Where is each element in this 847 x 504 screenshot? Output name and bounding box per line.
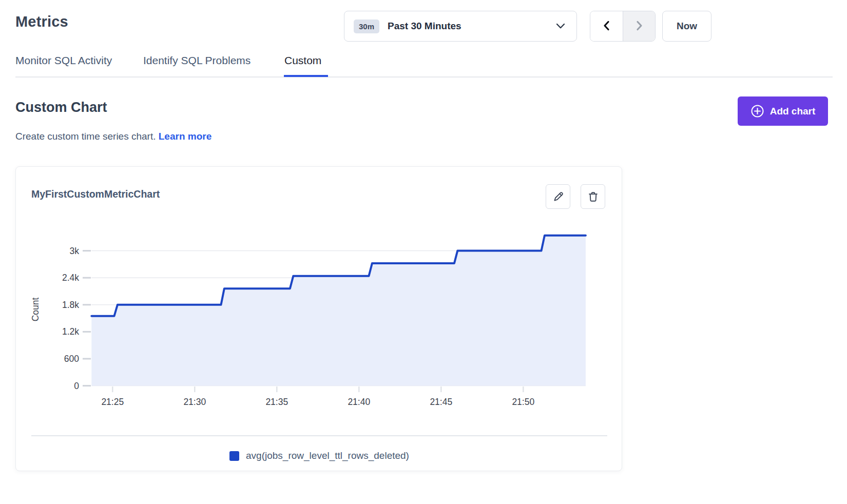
svg-text:2.4k: 2.4k xyxy=(62,273,79,283)
add-chart-button[interactable]: Add chart xyxy=(738,96,828,126)
section-subtitle-text: Create custom time series chart. xyxy=(15,131,156,142)
custom-chart-card: MyFirstCustomMetricChart 06001.2k1.8k2.4… xyxy=(15,166,622,471)
chevron-left-icon xyxy=(601,20,613,33)
svg-text:21:50: 21:50 xyxy=(512,397,534,407)
prev-time-button[interactable] xyxy=(590,11,623,41)
tab-custom[interactable]: Custom xyxy=(284,54,321,67)
chart-title: MyFirstCustomMetricChart xyxy=(31,188,160,200)
svg-text:21:45: 21:45 xyxy=(430,397,452,407)
legend-series-label: avg(jobs_row_level_ttl_rows_deleted) xyxy=(246,450,409,461)
svg-text:21:35: 21:35 xyxy=(265,397,288,407)
svg-text:21:40: 21:40 xyxy=(348,397,370,407)
pencil-icon xyxy=(552,190,565,203)
learn-more-link[interactable]: Learn more xyxy=(159,131,211,142)
svg-text:0: 0 xyxy=(74,381,79,391)
trash-icon xyxy=(587,190,600,203)
custom-metric-chart: 06001.2k1.8k2.4k3k21:2521:3021:3521:4021… xyxy=(16,221,623,412)
tabs-divider xyxy=(15,76,833,77)
legend-divider xyxy=(31,435,607,436)
page-title: Metrics xyxy=(15,13,68,30)
tab-monitor-sql-activity[interactable]: Monitor SQL Activity xyxy=(15,54,112,67)
time-range-badge: 30m xyxy=(354,20,379,33)
tab-identify-sql-problems[interactable]: Identify SQL Problems xyxy=(143,54,251,67)
svg-text:600: 600 xyxy=(64,354,79,364)
svg-text:21:25: 21:25 xyxy=(101,397,124,407)
time-range-label: Past 30 Minutes xyxy=(388,21,461,32)
svg-text:21:30: 21:30 xyxy=(183,397,206,407)
next-time-button[interactable] xyxy=(623,11,655,41)
chart-legend: avg(jobs_row_level_ttl_rows_deleted) xyxy=(16,448,623,463)
delete-chart-button[interactable] xyxy=(581,184,605,209)
svg-text:3k: 3k xyxy=(70,246,80,256)
now-button[interactable]: Now xyxy=(662,11,711,42)
svg-text:1.8k: 1.8k xyxy=(62,300,79,310)
plus-circle-icon xyxy=(750,104,764,118)
edit-chart-button[interactable] xyxy=(546,184,570,209)
svg-text:1.2k: 1.2k xyxy=(62,326,79,337)
add-chart-label: Add chart xyxy=(770,106,816,117)
section-title: Custom Chart xyxy=(15,100,107,115)
time-window-nav xyxy=(590,11,656,42)
legend-swatch xyxy=(229,451,239,461)
chevron-down-icon xyxy=(556,23,565,29)
section-subtitle: Create custom time series chart. Learn m… xyxy=(15,131,211,142)
active-tab-indicator xyxy=(284,75,328,77)
svg-text:Count: Count xyxy=(30,298,41,322)
chevron-right-icon xyxy=(633,20,645,33)
time-range-selector[interactable]: 30m Past 30 Minutes xyxy=(344,11,577,42)
